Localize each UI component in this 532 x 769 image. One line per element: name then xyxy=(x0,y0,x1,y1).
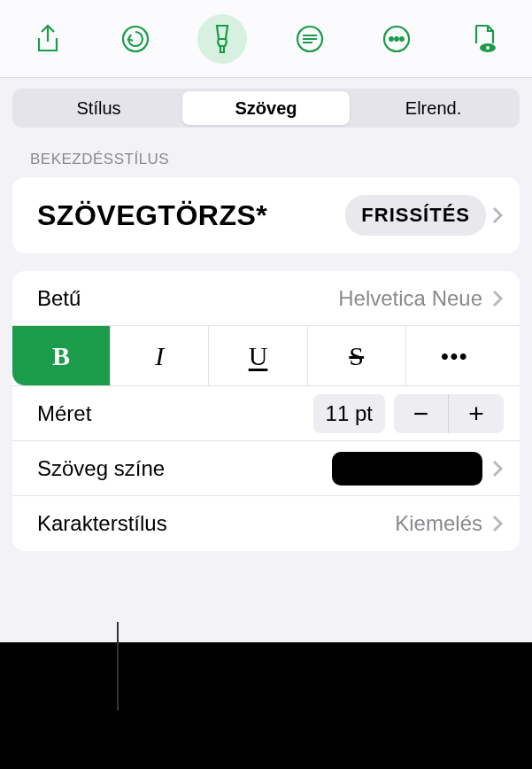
insert-button[interactable] xyxy=(285,14,335,64)
chevron-right-icon xyxy=(491,459,504,478)
text-color-label: Szöveg színe xyxy=(37,456,332,481)
tab-style[interactable]: Stílus xyxy=(15,91,182,125)
format-buttons-row: B I U S ••• xyxy=(12,326,520,386)
character-style-label: Karakterstílus xyxy=(37,511,395,536)
text-lines-icon xyxy=(295,24,325,54)
share-button[interactable] xyxy=(23,14,73,64)
size-row: Méret 11 pt − + xyxy=(12,386,520,441)
size-increase-button[interactable]: + xyxy=(449,394,504,433)
underline-button[interactable]: U xyxy=(209,326,307,385)
callout-line xyxy=(117,622,119,711)
font-value: Helvetica Neue xyxy=(338,286,482,311)
character-style-row[interactable]: Karakterstílus Kiemelés xyxy=(12,496,520,551)
document-button[interactable] xyxy=(459,14,509,64)
undo-icon xyxy=(120,24,150,54)
svg-point-7 xyxy=(486,46,490,50)
size-label: Méret xyxy=(37,401,313,426)
font-row[interactable]: Betű Helvetica Neue xyxy=(12,271,520,326)
tab-text[interactable]: Szöveg xyxy=(182,91,350,125)
size-stepper: − + xyxy=(394,394,504,433)
chevron-right-icon xyxy=(491,206,504,225)
svg-point-3 xyxy=(390,37,394,41)
svg-point-4 xyxy=(396,37,399,41)
font-label: Betű xyxy=(37,286,338,311)
format-button[interactable] xyxy=(197,14,247,64)
section-header-paragraph-style: BEKEZDÉSSTÍLUS xyxy=(0,138,532,177)
tab-layout[interactable]: Elrend. xyxy=(350,91,517,125)
chevron-right-icon xyxy=(491,289,504,308)
document-eye-icon xyxy=(471,23,497,55)
text-color-row[interactable]: Szöveg színe xyxy=(12,441,520,496)
tab-bar: Stílus Szöveg Elrend. xyxy=(12,89,520,128)
svg-point-5 xyxy=(401,37,405,41)
chevron-right-icon xyxy=(491,514,504,533)
more-formatting-button[interactable]: ••• xyxy=(406,326,504,385)
format-panel: Stílus Szöveg Elrend. BEKEZDÉSSTÍLUS SZÖ… xyxy=(0,0,532,642)
more-icon xyxy=(382,24,412,54)
text-color-swatch[interactable] xyxy=(332,452,482,485)
italic-button[interactable]: I xyxy=(111,326,209,385)
bold-button[interactable]: B xyxy=(12,326,111,385)
undo-button[interactable] xyxy=(111,14,160,64)
size-value-button[interactable]: 11 pt xyxy=(313,394,385,433)
character-style-value: Kiemelés xyxy=(395,511,482,536)
paragraph-style-card[interactable]: SZÖVEGTÖRZS* FRISSÍTÉS xyxy=(12,177,520,253)
paintbrush-icon xyxy=(208,23,236,55)
share-icon xyxy=(35,24,61,54)
text-settings-card: Betű Helvetica Neue B I U S ••• Méret 11… xyxy=(12,271,520,551)
update-style-button[interactable]: FRISSÍTÉS xyxy=(345,195,486,236)
svg-point-0 xyxy=(123,27,148,51)
more-button[interactable] xyxy=(372,14,421,64)
top-toolbar xyxy=(0,0,532,78)
size-decrease-button[interactable]: − xyxy=(394,394,449,433)
strikethrough-button[interactable]: S xyxy=(308,326,406,385)
paragraph-style-name: SZÖVEGTÖRZS* xyxy=(37,199,345,232)
